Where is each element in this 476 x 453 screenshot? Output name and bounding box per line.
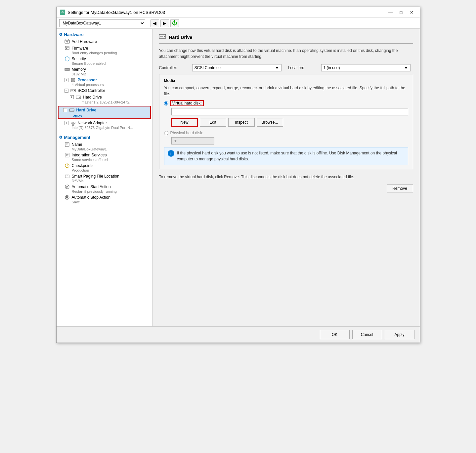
firmware-icon [65, 46, 70, 51]
sidebar-item-add-hardware[interactable]: Add Hardware [57, 38, 152, 45]
processor-expand-btn[interactable]: + [65, 78, 68, 82]
integration-title: Integration Services [72, 153, 107, 157]
sidebar-item-firmware[interactable]: Firmware Boot entry changes pending [57, 45, 152, 56]
vhd-path-input[interactable] [171, 108, 408, 115]
name-icon [65, 142, 70, 147]
auto-stop-title: Automatic Stop Action [72, 195, 110, 200]
controller-value: SCSI Controller [195, 65, 222, 70]
location-select[interactable]: 1 (in use) ▼ [321, 64, 411, 71]
svg-rect-45 [66, 196, 68, 198]
back-button[interactable]: ◀ [151, 19, 159, 27]
smart-paging-title: Smart Paging File Location [72, 174, 119, 179]
forward-button[interactable]: ▶ [160, 19, 169, 27]
maximize-button[interactable]: □ [397, 9, 406, 16]
security-icon [65, 56, 70, 62]
sidebar-item-security[interactable]: Security Secure Boot enabled [57, 56, 152, 66]
main-panel: Hard Drive You can change how this virtu… [152, 29, 420, 326]
controller-row: Controller: SCSI Controller ▼ Location: … [159, 64, 413, 71]
svg-marker-43 [66, 186, 68, 188]
name-subtitle: MyDataBoxGateway1 [65, 147, 150, 151]
hd1-expand-btn[interactable]: + [70, 95, 74, 99]
sidebar-item-harddrive1[interactable]: + Hard Drive master.1.2.18252.1-304-2472… [57, 94, 152, 105]
phys-select-row: ▼ [171, 137, 408, 144]
vhd-radio[interactable] [164, 101, 168, 105]
phys-select: ▼ [171, 137, 214, 144]
ok-button[interactable]: OK [320, 330, 350, 339]
svg-rect-32 [65, 143, 69, 146]
sidebar-item-processor[interactable]: + Processor 4 Virtual processors [57, 77, 152, 87]
smart-paging-subtitle: D:\VMs [65, 179, 150, 183]
settings-window: ⚙ Settings for MyDataBoxGateway1 on HCSS… [56, 7, 420, 343]
management-label: Management [64, 135, 90, 140]
svg-rect-5 [65, 46, 69, 50]
phys-label: Physical hard disk: [170, 131, 203, 135]
browse-button[interactable]: Browse... [257, 118, 283, 127]
management-chevron: ✪ [59, 135, 62, 140]
vhd-button-row: New Edit Inspect Browse... [171, 118, 408, 127]
hardware-chevron: ✪ [59, 32, 62, 37]
scsi-expand-btn[interactable]: − [65, 89, 68, 93]
hd2-subtitle: <file> [59, 114, 83, 118]
vm-selector[interactable]: MyDataBoxGateway1 [59, 19, 145, 27]
remove-description: To remove the virtual hard disk, click R… [159, 174, 413, 180]
sidebar-item-auto-stop[interactable]: Automatic Stop Action Save [57, 194, 152, 205]
svg-point-47 [164, 36, 165, 37]
net-expand-btn[interactable]: + [65, 121, 68, 125]
phys-radio[interactable] [164, 131, 168, 135]
remove-button[interactable]: Remove [387, 185, 413, 192]
apply-button[interactable]: Apply [385, 330, 414, 339]
sidebar-item-auto-start[interactable]: Automatic Start Action Restart if previo… [57, 184, 152, 194]
title-bar-controls: ― □ ✕ [386, 9, 416, 16]
hdd2-icon [69, 107, 74, 113]
info-box: i If the physical hard disk you want to … [164, 147, 408, 165]
sidebar-item-smart-paging[interactable]: Smart Paging File Location D:\VMs [57, 173, 152, 184]
sidebar-item-name[interactable]: Name MyDataBoxGateway1 [57, 141, 152, 152]
add-hardware-icon [65, 39, 70, 44]
cancel-button[interactable]: Cancel [352, 330, 382, 339]
smart-paging-icon [65, 174, 70, 179]
sidebar-item-memory[interactable]: Memory 8192 MB [57, 66, 152, 77]
svg-rect-35 [65, 153, 69, 157]
processor-subtitle: 4 Virtual processors [65, 83, 150, 87]
title-bar: ⚙ Settings for MyDataBoxGateway1 on HCSS… [57, 7, 420, 18]
hdd1-icon [76, 95, 81, 100]
security-subtitle: Secure Boot enabled [65, 62, 150, 65]
firmware-title: Firmware [72, 46, 88, 51]
location-value: 1 (in use) [324, 65, 340, 70]
svg-rect-26 [73, 122, 75, 123]
security-title: Security [72, 57, 86, 61]
checkpoints-title: Checkpoints [72, 163, 94, 168]
hd1-subtitle: master.1.2.18252.1-304-2472... [70, 100, 133, 104]
sidebar-item-integration[interactable]: Integration Services Some services offer… [57, 152, 152, 162]
sidebar-item-network[interactable]: + Network Adapter Intel(R) 82576 Gigabyt… [57, 120, 152, 130]
sidebar-item-checkpoints[interactable]: Checkpoints Production [57, 162, 152, 173]
vhd-radio-row: Virtual hard disk: [164, 100, 408, 106]
content-area: ✪ Hardware Add Hardware Firmwar [57, 29, 420, 326]
hd2-expand-btn[interactable]: + [63, 108, 67, 112]
close-button[interactable]: ✕ [407, 9, 416, 16]
svg-point-24 [72, 110, 73, 111]
hardware-label: Hardware [64, 32, 84, 37]
sidebar-item-harddrive2-selected[interactable]: + Hard Drive <file> [58, 106, 151, 119]
edit-button[interactable]: Edit [200, 118, 226, 127]
minimize-button[interactable]: ― [386, 9, 395, 16]
inspect-button[interactable]: Inspect [228, 118, 255, 127]
new-button[interactable]: New [171, 118, 198, 127]
window-title: Settings for MyDataBoxGateway1 on HCSSRV… [68, 10, 165, 15]
controller-select[interactable]: SCSI Controller ▼ [192, 64, 281, 71]
memory-subtitle: 8192 MB [65, 72, 150, 76]
sidebar-item-scsi[interactable]: − SCSI Controller [57, 87, 152, 94]
location-label: Location: [288, 65, 315, 70]
power-button[interactable]: ⏻ [170, 19, 179, 27]
scsi-title: SCSI Controller [78, 88, 105, 93]
file-input-row [171, 108, 408, 115]
management-section-header[interactable]: ✪ Management [57, 133, 152, 141]
auto-stop-subtitle: Save [65, 200, 150, 204]
panel-description: You can change how this virtual hard dis… [159, 48, 413, 60]
scsi-icon [70, 88, 76, 93]
vhd-label: Virtual hard disk: [170, 100, 204, 106]
hardware-section-header[interactable]: ✪ Hardware [57, 30, 152, 38]
svg-point-22 [79, 97, 80, 98]
svg-point-18 [74, 90, 75, 91]
info-icon: i [168, 150, 174, 157]
